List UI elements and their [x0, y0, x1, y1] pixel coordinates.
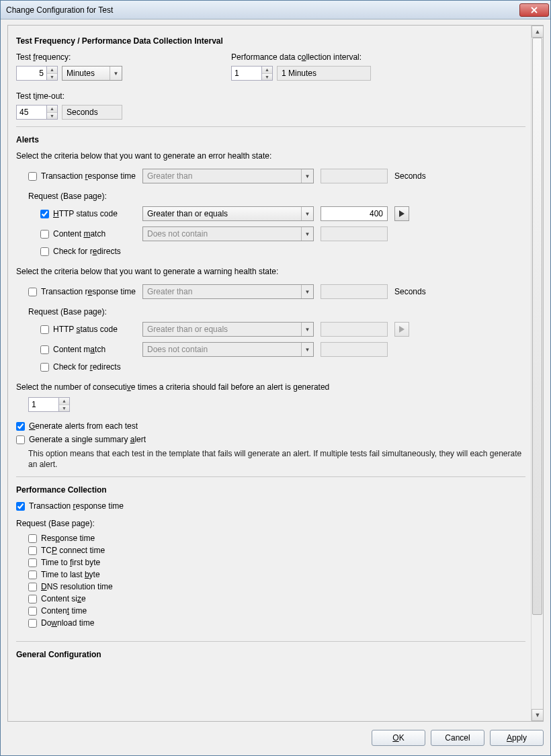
error-redirect-checkbox[interactable]: Check for redirects [40, 247, 121, 256]
warn-content-op: Does not contain [147, 345, 208, 354]
error-redirect-label: Check for redirects [53, 247, 121, 256]
scroll-up-icon[interactable]: ▲ [532, 26, 544, 38]
warn-content-check[interactable] [40, 345, 49, 354]
error-content-label: Content match [53, 229, 105, 239]
perf-request-label: Request (Base page): [16, 519, 525, 528]
test-frequency-label: Test frequency: [16, 52, 204, 62]
error-http-value[interactable]: 400 [321, 206, 388, 221]
perf-interval-spinner[interactable]: ▲▼ [231, 66, 273, 81]
warn-trt-check[interactable] [28, 288, 37, 296]
spin-up-icon[interactable]: ▲ [59, 398, 69, 405]
titlebar: Change Configuration for Test [1, 1, 550, 19]
warn-content-checkbox[interactable]: Content match [40, 345, 136, 354]
perf-response-checkbox[interactable]: Response time [28, 534, 525, 543]
close-icon [531, 7, 538, 13]
warn-criteria-intro: Select the criteria below that you want … [16, 267, 525, 276]
warn-http-value [321, 322, 388, 337]
ok-button[interactable]: OK [372, 730, 425, 746]
error-content-checkbox[interactable]: Content match [40, 229, 136, 239]
spin-up-icon[interactable]: ▲ [47, 106, 57, 113]
warn-content-label: Content match [53, 345, 105, 354]
error-redirect-check[interactable] [40, 247, 49, 256]
warn-content-op-combo: Does not contain ▼ [142, 342, 314, 357]
warn-redirect-label: Check for redirects [53, 362, 121, 372]
generate-each-label: Generate alerts from each test [29, 421, 138, 431]
dialog-button-bar: OK Cancel Apply [7, 727, 544, 749]
error-content-check[interactable] [40, 230, 49, 239]
perf-firstbyte-checkbox[interactable]: Time to first byte [28, 558, 525, 567]
generate-each-check[interactable] [16, 422, 25, 431]
generate-single-label: Generate a single summary alert [29, 435, 146, 444]
error-http-op: Greater than or equals [147, 209, 228, 218]
warn-http-op: Greater than or equals [147, 325, 228, 334]
perf-download-label: Download time [41, 618, 94, 628]
error-request-label: Request (Base page): [28, 192, 525, 201]
vertical-scrollbar[interactable]: ▲ ▼ [531, 26, 543, 721]
error-http-check[interactable] [40, 210, 49, 218]
spin-down-icon[interactable]: ▼ [59, 405, 69, 412]
generate-single-check[interactable] [16, 435, 25, 444]
generate-single-checkbox[interactable]: Generate a single summary alert [16, 435, 146, 444]
spin-up-icon[interactable]: ▲ [47, 67, 57, 74]
consecutive-input[interactable] [29, 398, 58, 411]
perf-trt-check[interactable] [16, 502, 25, 511]
warn-http-op-combo: Greater than or equals ▼ [142, 322, 314, 337]
consecutive-spinner[interactable]: ▲▼ [28, 397, 70, 412]
spin-down-icon[interactable]: ▼ [262, 74, 272, 81]
scroll-track[interactable] [532, 38, 543, 709]
perf-lastbyte-checkbox[interactable]: Time to last byte [28, 570, 525, 579]
warn-redirect-checkbox[interactable]: Check for redirects [40, 362, 121, 372]
warn-http-checkbox[interactable]: HTTP status code [40, 325, 136, 334]
test-timeout-spinner[interactable]: ▲▼ [16, 105, 58, 120]
perf-response-label: Response time [41, 534, 95, 543]
perf-trt-checkbox[interactable]: Transaction response time [16, 501, 124, 511]
error-trt-op-combo: Greater than ▼ [142, 169, 314, 183]
cancel-button[interactable]: Cancel [431, 730, 484, 746]
section-alerts-heading: Alerts [16, 135, 525, 144]
error-http-action-button[interactable] [394, 206, 409, 221]
test-timeout-label: Test time-out: [16, 91, 525, 101]
test-timeout-unit: Seconds [62, 105, 122, 120]
generate-each-checkbox[interactable]: Generate alerts from each test [16, 421, 138, 431]
warn-redirect-check[interactable] [40, 363, 49, 372]
apply-button[interactable]: Apply [490, 730, 544, 746]
perf-interval-input[interactable] [232, 67, 261, 80]
perf-size-checkbox[interactable]: Content size [28, 594, 525, 603]
test-frequency-spinner[interactable]: ▲▼ [16, 66, 58, 81]
warn-http-action-button [394, 322, 409, 337]
warn-http-check[interactable] [40, 325, 49, 334]
perf-tcp-label: TCP connect time [41, 546, 105, 555]
warn-trt-op: Greater than [147, 287, 192, 296]
divider [16, 476, 525, 477]
chevron-down-icon: ▼ [110, 67, 122, 80]
scroll-thumb[interactable] [532, 38, 542, 615]
divider [16, 126, 525, 127]
error-trt-unit: Seconds [394, 171, 426, 181]
warn-trt-checkbox[interactable]: Transaction response time [28, 287, 136, 296]
perf-ctime-checkbox[interactable]: Content time [28, 606, 525, 616]
error-trt-check[interactable] [28, 172, 37, 181]
perf-dns-label: DNS resolution time [41, 582, 113, 591]
perf-interval-display: 1 Minutes [277, 66, 371, 81]
test-frequency-input[interactable] [17, 67, 46, 80]
perf-size-label: Content size [41, 594, 86, 603]
error-http-checkbox[interactable]: HTTP status code [40, 209, 136, 218]
error-http-op-combo[interactable]: Greater than or equals ▼ [142, 206, 314, 221]
error-http-label: HTTP status code [53, 209, 118, 218]
perf-download-checkbox[interactable]: Download time [28, 618, 525, 628]
error-trt-checkbox[interactable]: Transaction response time [28, 171, 136, 181]
perf-dns-checkbox[interactable]: DNS resolution time [28, 582, 525, 591]
perf-tcp-checkbox[interactable]: TCP connect time [28, 546, 525, 555]
scroll-down-icon[interactable]: ▼ [532, 709, 544, 721]
scroll-viewport: Test Frequency / Performance Data Collec… [8, 26, 531, 721]
warn-content-value [321, 342, 388, 357]
test-timeout-input[interactable] [17, 106, 46, 119]
spin-down-icon[interactable]: ▼ [47, 113, 57, 120]
warn-http-label: HTTP status code [53, 325, 118, 334]
spin-up-icon[interactable]: ▲ [262, 67, 272, 74]
window-title: Change Configuration for Test [6, 5, 519, 15]
spin-down-icon[interactable]: ▼ [47, 74, 57, 81]
close-button[interactable] [519, 3, 549, 17]
divider [16, 641, 525, 642]
test-frequency-unit-combo[interactable]: Minutes ▼ [62, 66, 122, 81]
